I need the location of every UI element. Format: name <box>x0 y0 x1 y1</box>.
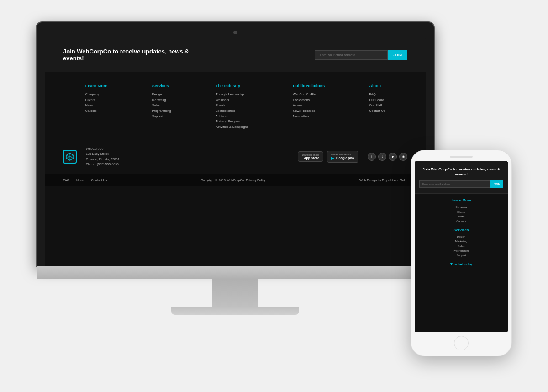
list-item[interactable]: Company <box>85 92 108 97</box>
list-item[interactable]: Clients <box>419 210 503 214</box>
monitor-stand-top <box>37 266 434 279</box>
list-item[interactable]: Programming <box>419 249 503 253</box>
list-item[interactable]: Company <box>419 205 503 209</box>
footer-col-list: Thought Leadership Webinars Events Spons… <box>216 92 248 130</box>
company-address1: 123 Easy Street <box>86 151 289 156</box>
newsletter-bar: Join WebCorpCo to receive updates, news … <box>45 38 426 72</box>
phone-speaker <box>450 156 473 158</box>
footer-col-learn-more: Learn More Company Clients News Careers <box>85 84 108 130</box>
phone-screen: Join WebCorpCo to receive updates, news … <box>415 161 508 332</box>
phone-home-button[interactable] <box>454 336 469 350</box>
list-item[interactable]: News <box>85 103 108 108</box>
mobile-form: JOIN <box>419 180 503 188</box>
youtube-icon[interactable]: ▶ <box>389 153 397 161</box>
list-item[interactable]: FAQ <box>369 92 385 97</box>
list-item[interactable]: Contact Us <box>369 108 385 114</box>
list-item[interactable]: Training Program <box>216 119 248 124</box>
list-item[interactable]: News <box>419 214 503 219</box>
mobile-website: Join WebCorpCo to receive updates, news … <box>415 161 508 332</box>
list-item[interactable]: Advisors <box>216 114 248 119</box>
footer-col-list: FAQ Our Board Our Staff Contact Us <box>369 92 385 114</box>
monitor: Join WebCorpCo to receive updates, news … <box>37 22 434 315</box>
footer-col-pr: Public Relations WebCorpCo Blog Hackatho… <box>293 84 325 130</box>
list-item[interactable]: Videos <box>293 103 325 108</box>
list-item[interactable]: Events <box>216 103 248 108</box>
list-item[interactable]: Design <box>152 92 171 97</box>
list-item[interactable]: Our Staff <box>369 103 385 108</box>
footer-bottom: WebCorpCo 123 Easy Street Orlando, Flori… <box>45 139 426 174</box>
copyright-bar: FAQ News Contact Us Copyright © 2016 Web… <box>45 174 426 186</box>
list-item[interactable]: Support <box>419 253 503 258</box>
list-item[interactable]: Our Board <box>369 97 385 103</box>
company-info: WebCorpCo 123 Easy Street Orlando, Flori… <box>86 146 289 167</box>
list-item[interactable]: Programming <box>152 108 171 114</box>
company-logo <box>63 150 77 164</box>
design-credit: Web Design by DigitalUs on Sol... <box>359 179 407 182</box>
newsletter-button[interactable]: JOIN <box>388 50 407 60</box>
newsletter-input[interactable] <box>315 50 388 60</box>
list-item[interactable]: WebCorpCo Blog <box>293 92 325 97</box>
list-item[interactable]: News Releases <box>293 108 325 114</box>
logo-icon-svg <box>65 152 74 161</box>
company-address2: Orlando, Florida, 32801 <box>86 157 289 162</box>
copyright-text: Copyright © 2016 WebCorpCo. Privacy Poli… <box>200 179 265 182</box>
mobile-newsletter-button[interactable]: JOIN <box>490 180 503 188</box>
list-item[interactable]: Webinars <box>216 97 248 103</box>
company-phone: Phone: (555) 555-8899 <box>86 162 289 167</box>
company-name: WebCorpCo <box>86 146 289 151</box>
list-item[interactable]: Support <box>152 114 171 119</box>
footer-col-industry: The Industry Thought Leadership Webinars… <box>216 84 248 130</box>
contact-link[interactable]: Contact Us <box>91 179 107 182</box>
mobile-col-title: The Industry <box>419 262 503 266</box>
desktop-website: Join WebCorpCo to receive updates, news … <box>45 38 426 266</box>
list-item[interactable]: Careers <box>419 219 503 223</box>
list-item[interactable]: Activities & Campaigns <box>216 124 248 130</box>
footer-col-services: Services Design Marketing Sales Programm… <box>152 84 171 130</box>
news-link[interactable]: News <box>76 179 84 182</box>
mobile-col-list: Company Clients News Careers <box>419 205 503 223</box>
footer-col-title: The Industry <box>216 84 248 88</box>
newsletter-form: JOIN <box>315 50 407 60</box>
list-item[interactable]: Careers <box>85 108 108 114</box>
monitor-bezel: Join WebCorpCo to receive updates, news … <box>37 22 434 266</box>
play-icon: ▶ <box>331 156 334 160</box>
footer-col-about: About FAQ Our Board Our Staff Contact Us <box>369 84 385 130</box>
footer-col-title: Learn More <box>85 84 108 88</box>
list-item[interactable]: Thought Leadership <box>216 92 248 97</box>
mobile-col-title: Services <box>419 228 503 232</box>
mobile-col-title: Learn More <box>419 198 503 202</box>
list-item[interactable]: Newsletters <box>293 114 325 119</box>
social-icons: f t ▶ ◉ <box>368 153 407 161</box>
monitor-base <box>171 307 299 315</box>
list-item[interactable]: Clients <box>85 97 108 103</box>
monitor-camera <box>233 31 237 34</box>
monitor-screen: Join WebCorpCo to receive updates, news … <box>45 38 426 266</box>
newsletter-heading: Join WebCorpCo to receive updates, news … <box>63 48 209 62</box>
list-item[interactable]: Hackathons <box>293 97 325 103</box>
list-item[interactable]: Marketing <box>419 239 503 244</box>
phone-outer: Join WebCorpCo to receive updates, news … <box>411 150 511 356</box>
mobile-col-list: Design Marketing Sales Programming Suppo… <box>419 234 503 258</box>
monitor-neck <box>212 279 258 307</box>
mobile-newsletter-input[interactable] <box>419 180 490 188</box>
faq-link[interactable]: FAQ <box>63 179 69 182</box>
copyright-links: FAQ News Contact Us <box>63 179 107 182</box>
footer-col-list: WebCorpCo Blog Hackathons Videos News Re… <box>293 92 325 119</box>
twitter-icon[interactable]: t <box>378 153 386 161</box>
mobile-footer-nav: Learn More Company Clients News Careers … <box>415 194 508 273</box>
instagram-icon[interactable]: ◉ <box>399 153 407 161</box>
facebook-icon[interactable]: f <box>368 153 376 161</box>
list-item[interactable]: Sponsorships <box>216 108 248 114</box>
list-item[interactable]: Marketing <box>152 97 171 103</box>
footer-nav: Learn More Company Clients News Careers … <box>45 72 426 139</box>
list-item[interactable]: Design <box>419 234 503 239</box>
footer-col-title: About <box>369 84 385 88</box>
list-item[interactable]: Sales <box>419 244 503 249</box>
footer-col-list: Company Clients News Careers <box>85 92 108 114</box>
google-play-badge[interactable]: ANDROID APP ON ▶ Google play <box>327 151 358 163</box>
footer-col-list: Design Marketing Sales Programming Suppo… <box>152 92 171 119</box>
footer-col-title: Public Relations <box>293 84 325 88</box>
mobile-newsletter: Join WebCorpCo to receive updates, news … <box>415 161 508 194</box>
app-store-badge[interactable]: Download on the App Store <box>298 151 323 162</box>
list-item[interactable]: Sales <box>152 103 171 108</box>
